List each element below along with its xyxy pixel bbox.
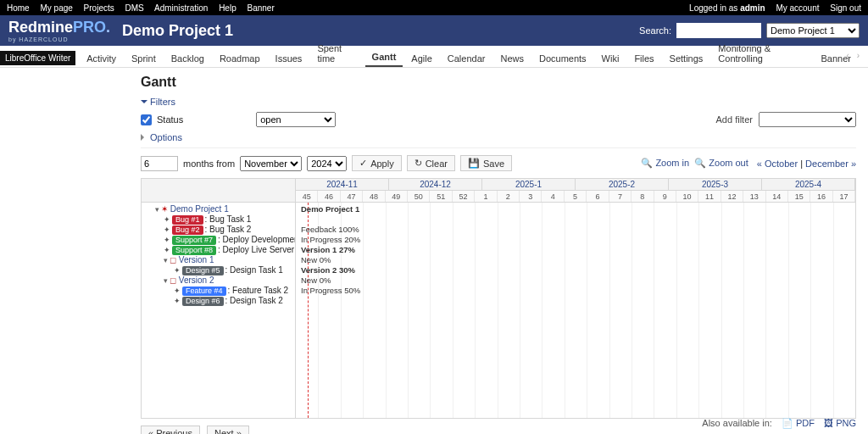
prev-page-button[interactable]: « Previous [141, 426, 200, 434]
tab-documents[interactable]: Documents [532, 50, 593, 67]
brand-pro: PRO [73, 19, 106, 36]
tree-row[interactable]: ✦Design #5: Design Task 1 [143, 265, 293, 275]
add-filter-select[interactable] [759, 112, 856, 127]
issue-badge[interactable]: Design #5 [182, 266, 224, 275]
week-header: 6 [587, 191, 609, 202]
gantt-label: Feedback 100% [301, 225, 360, 235]
brand-redmine: Redmine [8, 19, 73, 36]
status-label: Status [157, 114, 183, 125]
tree-row[interactable]: ✦Support #7: Deploy Development Server [143, 235, 293, 245]
tab-issues[interactable]: Issues [269, 50, 309, 67]
month-header[interactable]: 2025-4 [762, 179, 855, 190]
tree-row[interactable]: ▾✶ Demo Project 1 [143, 204, 293, 214]
month-header[interactable]: 2024-11 [296, 179, 389, 190]
tab-gantt[interactable]: Gantt [365, 48, 403, 67]
year-select[interactable]: 2024 [307, 156, 347, 171]
caret-icon[interactable]: ▾ [164, 276, 168, 285]
project-select[interactable]: Demo Project 1 [766, 23, 860, 38]
gantt-label [301, 214, 360, 225]
tab-sprint[interactable]: Sprint [125, 50, 163, 67]
project-title: Demo Project 1 [122, 22, 233, 40]
tree-row[interactable]: ✦Bug #1: Bug Task 1 [143, 214, 293, 225]
zoom-in-link[interactable]: Zoom in [655, 158, 689, 168]
topmenu-dms[interactable]: DMS [125, 3, 144, 13]
top-menu-right: Logged in as admin My account Sign out [689, 3, 861, 13]
tab-wiki[interactable]: Wiki [595, 50, 626, 67]
options-toggle[interactable]: Options [141, 132, 182, 142]
zoom-out-link[interactable]: Zoom out [709, 158, 748, 168]
month-header[interactable]: 2025-3 [669, 179, 762, 190]
prev-month-link[interactable]: « October [757, 159, 798, 169]
tree-row[interactable]: ✦Design #6: Design Task 2 [143, 296, 293, 306]
zoom-out-icon: 🔍 [694, 158, 706, 168]
save-icon: 💾 [468, 158, 480, 169]
filters-toggle[interactable]: Filters [141, 97, 175, 107]
tree-row[interactable]: ▾◻ Version 1 [143, 255, 293, 265]
issue-badge[interactable]: Feature #4 [182, 287, 226, 296]
week-header: 16 [810, 191, 832, 202]
tab-backlog[interactable]: Backlog [164, 50, 211, 67]
issue-badge[interactable]: Support #7 [172, 236, 216, 245]
week-header: 17 [833, 191, 855, 202]
next-month-link[interactable]: December » [805, 159, 856, 169]
tab-activity[interactable]: Activity [80, 50, 123, 67]
topmenu-projects[interactable]: Projects [84, 3, 114, 13]
topmenu-banner[interactable]: Banner [247, 3, 274, 13]
months-from-label: months from [183, 159, 235, 169]
save-button[interactable]: 💾Save [460, 155, 512, 171]
status-select[interactable]: open [256, 112, 336, 127]
month-header[interactable]: 2025-2 [576, 179, 669, 190]
topmenu-mypage[interactable]: My page [40, 3, 72, 13]
tree-row[interactable]: ✦Feature #4: Feature Task 2 [143, 286, 293, 296]
tree-row[interactable]: ▾◻ Version 2 [143, 275, 293, 286]
issue-badge[interactable]: Bug #2 [172, 225, 203, 235]
tab-monitoring[interactable]: Monitoring & Controlling [711, 40, 812, 67]
tab-calendar[interactable]: Calendar [441, 50, 492, 67]
status-checkbox[interactable] [141, 114, 152, 125]
issue-badge[interactable]: Bug #1 [172, 215, 203, 225]
export-links: Also available in: 📄 PDF 🖼 PNG [702, 418, 856, 429]
topmenu-home[interactable]: Home [7, 3, 30, 13]
week-header: 51 [430, 191, 452, 202]
caret-icon[interactable]: ▾ [164, 256, 168, 264]
tab-settings[interactable]: Settings [663, 50, 710, 67]
tree-row[interactable]: ✦Support #8: Deploy Live Server [143, 245, 293, 255]
tree-row[interactable]: ✦Bug #2: Bug Task 2 [143, 225, 293, 235]
tab-agile[interactable]: Agile [404, 50, 438, 67]
current-user[interactable]: admin [740, 3, 765, 13]
sign-out-link[interactable]: Sign out [830, 3, 861, 13]
week-header: 4 [542, 191, 564, 202]
tab-files[interactable]: Files [627, 50, 660, 67]
export-pdf[interactable]: 📄 PDF [782, 418, 815, 428]
month-header[interactable]: 2025-1 [482, 179, 576, 190]
gantt-label: In Progress 20% [301, 235, 360, 245]
clear-button[interactable]: ↻Clear [407, 155, 455, 171]
top-menu-left: Home My page Projects DMS Administration… [7, 3, 283, 13]
my-account-link[interactable]: My account [776, 3, 819, 13]
tab-scroll-right-icon[interactable]: › [857, 51, 860, 60]
week-header: 2 [498, 191, 520, 202]
export-png[interactable]: 🖼 PNG [824, 418, 856, 428]
issue-badge[interactable]: Design #6 [182, 297, 224, 306]
caret-icon[interactable]: ▾ [155, 205, 159, 214]
issue-badge[interactable]: Support #8 [172, 246, 216, 255]
topmenu-help[interactable]: Help [219, 3, 236, 13]
content: Gantt Filters Status open Add filter Opt… [0, 68, 868, 434]
apply-button[interactable]: ✓Apply [352, 155, 402, 171]
month-header[interactable]: 2024-12 [389, 179, 482, 190]
week-header: 5 [565, 191, 587, 202]
tab-spenttime[interactable]: Spent time [310, 40, 363, 67]
divider [141, 147, 856, 148]
tab-roadmap[interactable]: Roadmap [213, 50, 267, 67]
gantt-timeline-pane[interactable]: 2024-112024-122025-12025-22025-32025-4 4… [296, 179, 855, 418]
gantt-controls: months from November 2024 ✓Apply ↻Clear … [141, 155, 856, 171]
topmenu-admin[interactable]: Administration [154, 3, 208, 13]
zoom-in-icon: 🔍 [641, 158, 653, 168]
search-input[interactable] [676, 23, 761, 38]
month-select[interactable]: November [240, 156, 302, 171]
months-input[interactable] [141, 156, 178, 171]
tab-scroll-left-icon[interactable]: ‹ [847, 51, 849, 60]
next-page-button[interactable]: Next » [207, 426, 249, 434]
tab-scroll: ‹ › [842, 51, 860, 60]
tab-news[interactable]: News [493, 50, 531, 67]
